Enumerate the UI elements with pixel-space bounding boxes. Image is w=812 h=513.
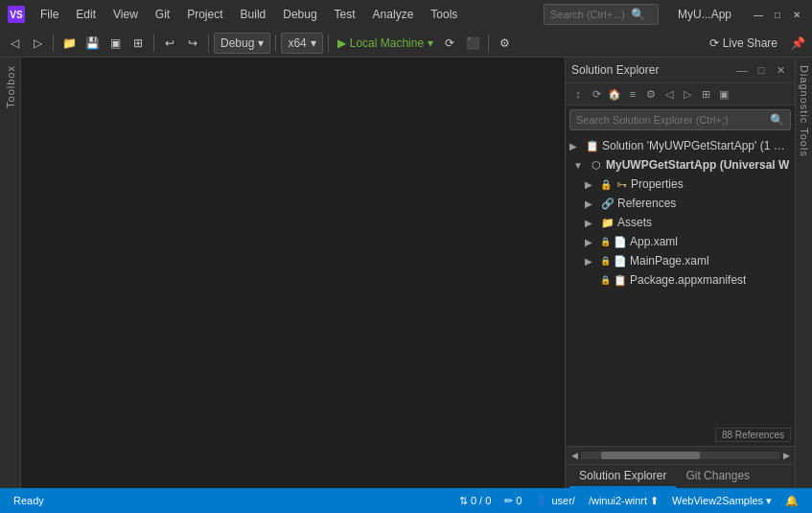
feedback-button[interactable]: 📌 [787, 33, 808, 54]
tab-solution-explorer[interactable]: Solution Explorer [569, 465, 676, 488]
ready-text: Ready [13, 495, 44, 506]
tree-item-mainpage[interactable]: ▶ 🔒 📄 MainPage.xaml [566, 251, 795, 270]
scroll-track[interactable] [581, 452, 779, 459]
status-webview[interactable]: WebView2Samples ▾ [666, 488, 777, 513]
platform-label: x64 [288, 36, 306, 50]
tree-item-references[interactable]: ▶ 🔗 References [566, 194, 795, 213]
se-filter-button[interactable]: ≡ [624, 85, 641, 103]
manifest-label: Package.appxmanifest [630, 273, 746, 287]
diagnostic-tools-label[interactable]: Diagnostic Tools [799, 65, 810, 157]
restart-button[interactable]: ⟳ [439, 33, 460, 54]
tree-item-solution[interactable]: ▶ 📋 Solution 'MyUWPGetStartApp' (1 of 1 … [566, 136, 795, 155]
se-nav-back-button[interactable]: ◁ [661, 85, 678, 103]
se-search-box[interactable]: 🔍 [569, 109, 791, 130]
se-expand-button[interactable]: □ [753, 61, 770, 79]
menu-build[interactable]: Build [233, 4, 274, 25]
view-toggle-button[interactable]: ▣ [104, 33, 126, 54]
menu-debug[interactable]: Debug [275, 4, 324, 25]
tab-git-changes[interactable]: Git Changes [676, 465, 759, 488]
se-settings-button[interactable]: ⚙ [642, 85, 660, 103]
appxaml-icon: 📄 [613, 234, 628, 249]
se-home-button[interactable]: 🏠 [606, 85, 623, 103]
se-header: Solution Explorer — □ ✕ [566, 58, 795, 83]
menu-project[interactable]: Project [179, 4, 230, 25]
status-notification[interactable]: 🔔 [779, 488, 804, 513]
se-search-input[interactable] [576, 114, 766, 126]
platform-dropdown[interactable]: x64 ▾ [281, 33, 322, 54]
status-user[interactable]: 👤 user/ [529, 488, 580, 513]
scroll-left-button[interactable]: ◀ [568, 449, 581, 462]
toolbar-separator-1 [53, 35, 54, 52]
menu-view[interactable]: View [105, 4, 146, 25]
title-search-box[interactable]: 🔍 [544, 4, 659, 25]
play-dropdown-arrow: ▾ [428, 36, 433, 50]
toolbar: ◁ ▷ 📁 💾 ▣ ⊞ ↩ ↪ Debug ▾ x64 ▾ ▶ Local Ma… [0, 29, 812, 58]
scroll-thumb [601, 452, 701, 459]
tree-item-properties[interactable]: ▶ 🔒 🗝 Properties [566, 175, 795, 194]
view-toggle2-button[interactable]: ⊞ [128, 33, 149, 54]
new-project-button[interactable]: 📁 [58, 33, 80, 54]
menu-file[interactable]: File [33, 4, 66, 25]
tree-item-appxaml[interactable]: ▶ 🔒 📄 App.xaml [566, 232, 795, 251]
play-icon: ▶ [337, 36, 346, 50]
properties-lock-icon: 🔒 [600, 179, 612, 190]
references-label: References [617, 197, 676, 210]
settings-button[interactable]: ⚙ [494, 33, 515, 54]
editor-area [21, 58, 565, 488]
save-button[interactable]: 💾 [81, 33, 103, 54]
appxaml-label: App.xaml [630, 235, 678, 248]
window-controls: — □ ✕ [751, 7, 804, 22]
nav-back-button[interactable]: ◁ [4, 33, 25, 54]
main-area: Toolbox Solution Explorer — □ ✕ ↕ ⟳ 🏠 ≡ … [0, 58, 812, 488]
se-view2-button[interactable]: ▣ [715, 85, 732, 103]
redo-button[interactable]: ↪ [182, 33, 203, 54]
toolbar-separator-4 [275, 35, 276, 52]
notification-icon: 🔔 [785, 495, 799, 507]
title-search-input[interactable] [550, 9, 627, 20]
tree-view: ▶ 📋 Solution 'MyUWPGetStartApp' (1 of 1 … [566, 134, 795, 428]
menu-edit[interactable]: Edit [68, 4, 104, 25]
menu-git[interactable]: Git [148, 4, 177, 25]
path-label: /winui2-winrt [589, 495, 647, 506]
live-share-button[interactable]: ⟳ Live Share [702, 35, 785, 52]
menu-tools[interactable]: Tools [423, 4, 465, 25]
play-button[interactable]: ▶ Local Machine ▾ [334, 35, 437, 52]
se-close-button[interactable]: ✕ [772, 61, 789, 79]
nav-forward-button[interactable]: ▷ [27, 33, 48, 54]
git-label: 0 / 0 [471, 495, 491, 506]
status-edit[interactable]: ✏ 0 [499, 488, 527, 513]
se-search-icon: 🔍 [770, 113, 784, 127]
menu-analyze[interactable]: Analyze [365, 4, 422, 25]
undo-button[interactable]: ↩ [159, 33, 180, 54]
solution-label: Solution 'MyUWPGetStartApp' (1 of 1 p [602, 139, 791, 152]
edit-icon: ✏ [504, 495, 513, 507]
minimize-button[interactable]: — [751, 7, 766, 22]
tree-item-project[interactable]: ▼ ⬡ MyUWPGetStartApp (Universal W [566, 155, 795, 175]
scroll-right-button[interactable]: ▶ [779, 449, 793, 462]
maximize-button[interactable]: □ [770, 7, 785, 22]
se-nav-forward-button[interactable]: ▷ [679, 85, 696, 103]
mainpage-label: MainPage.xaml [630, 254, 709, 268]
properties-icon: 🗝 [614, 176, 629, 192]
references-badge: 88 References [715, 428, 791, 442]
close-button[interactable]: ✕ [789, 7, 804, 22]
se-view1-button[interactable]: ⊞ [697, 85, 714, 103]
tree-item-manifest[interactable]: ▶ 🔒 📋 Package.appxmanifest [566, 270, 795, 290]
se-collapse-all-button[interactable]: ↕ [569, 85, 587, 103]
status-path[interactable]: /winui2-winrt ⬆ [583, 488, 664, 513]
se-refresh-button[interactable]: ⟳ [588, 85, 605, 103]
tree-item-assets[interactable]: ▶ 📁 Assets [566, 213, 795, 232]
debug-mode-dropdown[interactable]: Debug ▾ [214, 33, 270, 54]
menu-test[interactable]: Test [327, 4, 363, 25]
mainpage-lock-icon: 🔒 [600, 256, 611, 266]
stop-button[interactable]: ⬛ [462, 33, 483, 54]
se-pin-button[interactable]: — [733, 61, 751, 79]
toolbar-separator-2 [153, 35, 154, 52]
status-ready[interactable]: Ready [8, 488, 50, 513]
toolbox-label[interactable]: Toolbox [5, 65, 16, 108]
se-horizontal-scrollbar[interactable]: ◀ ▶ [566, 446, 795, 464]
status-git[interactable]: ⇅ 0 / 0 [453, 488, 497, 513]
live-share-label: Live Share [723, 36, 777, 50]
title-bar: VS File Edit View Git Project Build Debu… [0, 0, 812, 29]
se-header-icons: — □ ✕ [733, 61, 789, 79]
